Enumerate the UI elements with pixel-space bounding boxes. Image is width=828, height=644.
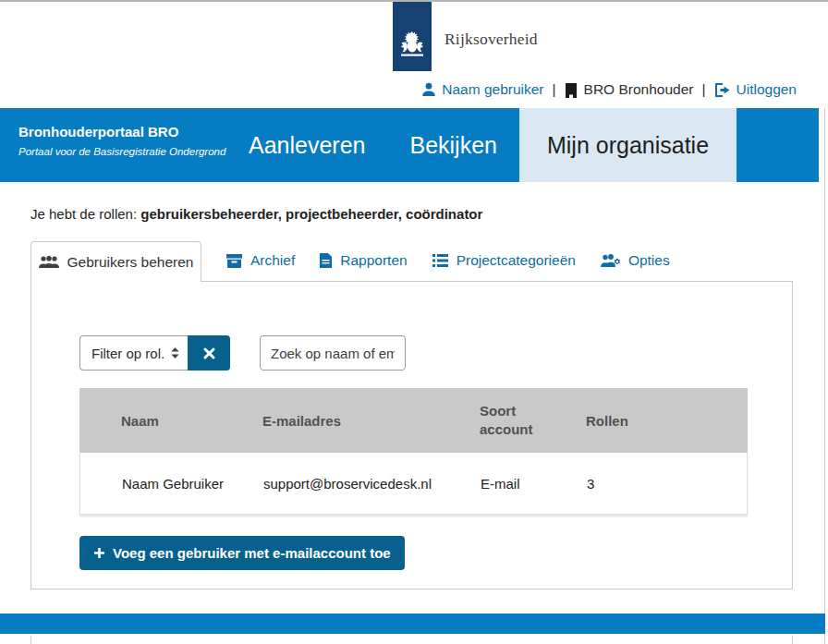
- rijksoverheid-crest-icon: [398, 30, 426, 61]
- users-gear-icon: [601, 254, 620, 268]
- organisation-context: BRO Bronhouder: [565, 81, 694, 98]
- nav-item-bekijken[interactable]: Bekijken: [387, 108, 519, 182]
- footer-bar: [0, 614, 825, 634]
- cell-naam: Naam Gebruiker: [122, 476, 263, 492]
- archive-icon: [226, 254, 242, 268]
- logout-icon: [714, 82, 731, 98]
- column-header-naam: Naam: [121, 413, 262, 429]
- tab-label: Archief: [250, 252, 295, 269]
- tabs-row: Gebruikers beheren Archief Rapporten Pro…: [30, 241, 793, 281]
- users-icon: [39, 256, 59, 269]
- nav-items: Aanleveren Bekijken Mijn organisatie: [226, 108, 737, 182]
- user-bar: Naam gebruiker | BRO Bronhouder | Uitlog…: [421, 81, 797, 98]
- portal-brand: Bronhouderportaal BRO Portaal voor de Ba…: [0, 108, 226, 182]
- tab-label: Opties: [628, 252, 670, 269]
- role-filter-group: Filter op rol.: [79, 335, 230, 371]
- roles-value: gebruikersbeheerder, projectbeheerder, c…: [140, 206, 482, 222]
- portal-title: Bronhouderportaal BRO: [18, 124, 226, 140]
- separator: |: [551, 81, 558, 98]
- role-filter-label: Filter op rol.: [91, 346, 164, 361]
- rijksoverheid-logo: [393, 2, 432, 71]
- next-section-edge: [30, 636, 793, 644]
- nav-item-mijn-organisatie[interactable]: Mijn organisatie: [519, 108, 737, 182]
- users-table: Naam E-mailadres Soort account Rollen Na…: [79, 388, 748, 515]
- roles-line: Je hebt de rollen: gebruikersbeheerder, …: [30, 206, 793, 222]
- site-header: Rijksoverheid Naam gebruiker | BRO Bronh…: [0, 2, 828, 108]
- tab-rapporten[interactable]: Rapporten: [320, 252, 407, 281]
- role-filter-select[interactable]: Filter op rol.: [79, 335, 188, 371]
- main-navigation: Bronhouderportaal BRO Portaal voor de Ba…: [0, 108, 819, 182]
- add-user-button[interactable]: Voeg een gebruiker met e-mailaccount toe: [79, 536, 405, 570]
- clear-filter-button[interactable]: [188, 335, 230, 371]
- building-icon: [565, 82, 578, 98]
- organisation-name: BRO Bronhouder: [584, 81, 694, 98]
- user-icon: [421, 82, 436, 97]
- cell-soort-account: E-mail: [481, 476, 587, 492]
- nav-item-aanleveren[interactable]: Aanleveren: [226, 108, 387, 182]
- column-header-emailadres: E-mailadres: [262, 413, 480, 429]
- logout-link[interactable]: Uitloggen: [714, 81, 798, 98]
- filter-row: Filter op rol.: [79, 335, 755, 371]
- logo-wordmark: Rijksoverheid: [444, 30, 538, 49]
- roles-label: Je hebt de rollen:: [30, 206, 137, 222]
- close-icon: [203, 347, 215, 359]
- tab-projectcategorieen[interactable]: Projectcategorieën: [432, 252, 576, 281]
- table-row[interactable]: Naam Gebruiker support@broservicedesk.nl…: [79, 453, 748, 515]
- separator: |: [700, 81, 707, 98]
- user-name: Naam gebruiker: [442, 81, 543, 98]
- add-user-label: Voeg een gebruiker met e-mailaccount toe: [113, 545, 391, 561]
- tab-opties[interactable]: Opties: [601, 252, 670, 281]
- user-profile-link[interactable]: Naam gebruiker: [421, 81, 543, 98]
- updown-arrows-icon: [171, 347, 179, 358]
- logout-label: Uitloggen: [737, 81, 798, 98]
- cell-emailadres: support@broservicedesk.nl: [263, 476, 481, 492]
- plus-icon: [93, 547, 105, 559]
- report-icon: [320, 253, 332, 268]
- main-content: Je hebt de rollen: gebruikersbeheerder, …: [0, 206, 828, 589]
- portal-subtitle: Portaal voor de Basisregistratie Ondergr…: [18, 146, 226, 157]
- column-header-rollen: Rollen: [586, 413, 748, 429]
- tab-gebruikers-beheren[interactable]: Gebruikers beheren: [30, 241, 201, 282]
- users-panel: Filter op rol. Naam E-mailadres Soort ac…: [30, 281, 793, 589]
- tab-archief[interactable]: Archief: [226, 252, 295, 281]
- tab-label: Projectcategorieën: [457, 252, 576, 269]
- tab-label: Rapporten: [340, 252, 407, 269]
- tab-label: Gebruikers beheren: [67, 254, 194, 271]
- cell-rollen: 3: [587, 476, 747, 492]
- column-header-soort-account: Soort account: [480, 402, 544, 439]
- table-header-row: Naam E-mailadres Soort account Rollen: [79, 388, 748, 453]
- list-icon: [432, 254, 448, 267]
- search-input[interactable]: [260, 335, 406, 371]
